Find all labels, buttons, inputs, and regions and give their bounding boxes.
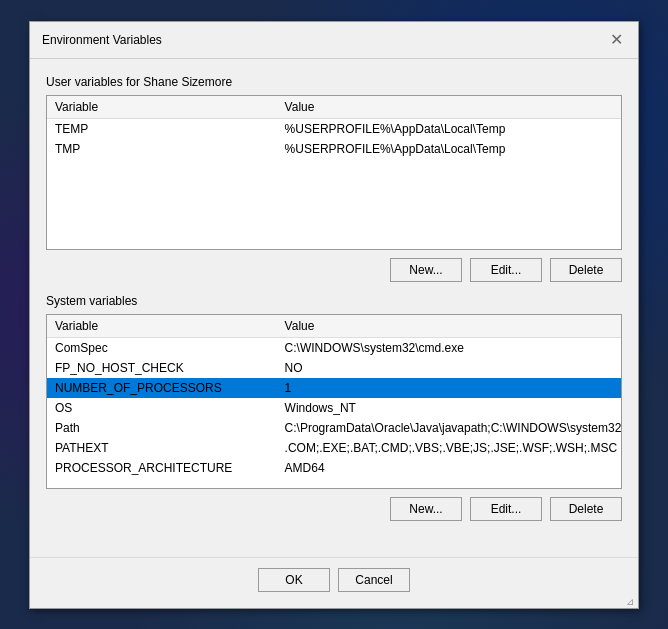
user-section-label: User variables for Shane Sizemore xyxy=(46,75,622,89)
sys-table-body[interactable]: ComSpec C:\WINDOWS\system32\cmd.exeFP_NO… xyxy=(47,338,621,488)
val-cell: NO xyxy=(277,358,621,378)
resize-corner[interactable]: ⊿ xyxy=(626,596,636,606)
table-row[interactable]: ComSpec C:\WINDOWS\system32\cmd.exe xyxy=(47,338,621,358)
var-cell: NUMBER_OF_PROCESSORS xyxy=(47,378,277,398)
val-cell: %USERPROFILE%\AppData\Local\Temp xyxy=(277,119,621,139)
var-cell: FP_NO_HOST_CHECK xyxy=(47,358,277,378)
val-cell: C:\ProgramData\Oracle\Java\javapath;C:\W… xyxy=(277,418,621,438)
val-cell: %USERPROFILE%\AppData\Local\Temp xyxy=(277,139,621,159)
ok-button[interactable]: OK xyxy=(258,568,330,592)
var-cell: PATHEXT xyxy=(47,438,277,458)
table-row[interactable]: OS Windows_NT xyxy=(47,398,621,418)
dialog-body: User variables for Shane Sizemore Variab… xyxy=(30,59,638,549)
table-row[interactable]: PROCESSOR_ARCHITECTURE AMD64 xyxy=(47,458,621,478)
var-cell: Path xyxy=(47,418,277,438)
cancel-button[interactable]: Cancel xyxy=(338,568,410,592)
val-cell: 1 xyxy=(277,378,621,398)
table-row[interactable]: TEMP %USERPROFILE%\AppData\Local\Temp xyxy=(47,119,621,139)
table-row[interactable]: FP_NO_HOST_CHECK NO xyxy=(47,358,621,378)
sys-header-variable: Variable xyxy=(47,315,277,338)
environment-variables-dialog: Environment Variables ✕ User variables f… xyxy=(29,21,639,609)
user-new-button[interactable]: New... xyxy=(390,258,462,282)
val-cell: C:\WINDOWS\system32\cmd.exe xyxy=(277,338,621,358)
table-row[interactable]: NUMBER_OF_PROCESSORS 1 xyxy=(47,378,621,398)
system-buttons-row: New... Edit... Delete xyxy=(46,497,622,521)
sys-delete-button[interactable]: Delete xyxy=(550,497,622,521)
var-cell: ComSpec xyxy=(47,338,277,358)
val-cell: AMD64 xyxy=(277,458,621,478)
var-cell: TEMP xyxy=(47,119,277,139)
sys-table-header-row: Variable Value xyxy=(47,315,621,338)
table-row[interactable]: TMP %USERPROFILE%\AppData\Local\Temp xyxy=(47,139,621,159)
user-variables-table-container: Variable Value TEMP %USERPROFILE%\AppDat… xyxy=(46,95,622,250)
sys-new-button[interactable]: New... xyxy=(390,497,462,521)
sys-header-value: Value xyxy=(277,315,621,338)
val-cell: .COM;.EXE;.BAT;.CMD;.VBS;.VBE;JS;.JSE;.W… xyxy=(277,438,621,458)
system-section-label: System variables xyxy=(46,294,622,308)
sys-edit-button[interactable]: Edit... xyxy=(470,497,542,521)
system-variables-table-container: Variable Value ComSpec C:\WINDOWS\system… xyxy=(46,314,622,489)
user-variables-section: User variables for Shane Sizemore Variab… xyxy=(46,75,622,282)
user-header-value: Value xyxy=(277,96,621,119)
user-buttons-row: New... Edit... Delete xyxy=(46,258,622,282)
var-cell: PROCESSOR_ARCHITECTURE xyxy=(47,458,277,478)
val-cell: Windows_NT xyxy=(277,398,621,418)
user-edit-button[interactable]: Edit... xyxy=(470,258,542,282)
title-bar: Environment Variables ✕ xyxy=(30,22,638,59)
var-cell: TMP xyxy=(47,139,277,159)
close-button[interactable]: ✕ xyxy=(606,30,626,50)
var-cell: OS xyxy=(47,398,277,418)
user-table-header-row: Variable Value xyxy=(47,96,621,119)
dialog-footer: OK Cancel xyxy=(30,557,638,608)
system-variables-section: System variables Variable Value ComSpec … xyxy=(46,294,622,521)
table-row[interactable]: Path C:\ProgramData\Oracle\Java\javapath… xyxy=(47,418,621,438)
dialog-title: Environment Variables xyxy=(42,33,162,47)
user-delete-button[interactable]: Delete xyxy=(550,258,622,282)
user-table-body[interactable]: TEMP %USERPROFILE%\AppData\Local\TempTMP… xyxy=(47,119,621,249)
table-row[interactable]: PATHEXT .COM;.EXE;.BAT;.CMD;.VBS;.VBE;JS… xyxy=(47,438,621,458)
user-header-variable: Variable xyxy=(47,96,277,119)
